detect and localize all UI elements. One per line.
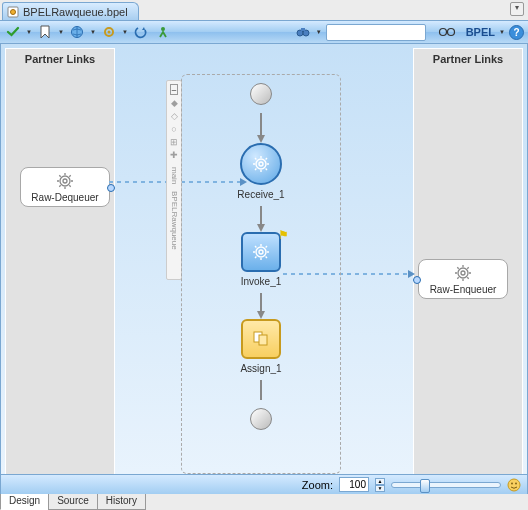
invoke-label: Invoke_1 (241, 276, 282, 287)
palette-region-label: main (170, 167, 179, 184)
end-endpoint[interactable] (250, 408, 272, 430)
svg-point-13 (458, 268, 468, 278)
spinner-up-icon[interactable]: ▲ (375, 478, 385, 485)
partner-link-enqueuer[interactable]: Raw-Enqueuer (418, 259, 508, 299)
tab-design[interactable]: Design (0, 494, 49, 510)
palette-item[interactable]: ◇ (171, 111, 178, 121)
svg-rect-20 (259, 335, 267, 345)
collapse-icon[interactable]: – (170, 84, 178, 95)
receive-activity[interactable] (240, 143, 282, 185)
svg-point-16 (259, 162, 263, 166)
assign-label: Assign_1 (240, 363, 281, 374)
gear-icon (251, 154, 271, 174)
dropdown-arrow-icon[interactable]: ▼ (316, 29, 322, 35)
bpel-file-icon (7, 6, 19, 18)
arrow-right-icon (408, 270, 415, 278)
minimize-panel-button[interactable]: ▾ (510, 2, 524, 16)
dropdown-arrow-icon[interactable]: ▼ (58, 29, 64, 35)
partner-link-dequeuer[interactable]: Raw-Dequeuer (20, 167, 110, 207)
editor-bottom-tabs: Design Source History (0, 494, 145, 510)
palette-item[interactable]: ◆ (171, 98, 178, 108)
lane-title: Partner Links (414, 53, 522, 65)
breakpoint-flag-icon[interactable]: ⚑ (278, 228, 289, 242)
dropdown-arrow-icon[interactable]: ▼ (90, 29, 96, 35)
run-person-icon (156, 25, 170, 39)
svg-point-18 (259, 250, 263, 254)
dropdown-arrow-icon[interactable]: ▼ (122, 29, 128, 35)
partner-links-right-lane: Partner Links Raw-Enqueuer (413, 48, 523, 490)
palette-process-label: BPELRawqueue (170, 191, 179, 250)
assign-icon (251, 329, 271, 349)
svg-point-10 (447, 29, 454, 36)
main-scope[interactable]: Receive_1 ⚑ Invoke_1 Assign_1 (181, 74, 341, 474)
tab-history[interactable]: History (97, 494, 146, 510)
editor-tab-bar: BPELRawqueue.bpel ▾ (0, 0, 528, 20)
svg-point-17 (256, 247, 266, 257)
status-icon[interactable] (507, 478, 521, 492)
svg-point-9 (439, 29, 446, 36)
svg-point-23 (515, 482, 517, 484)
view-button[interactable] (438, 23, 456, 41)
palette-item[interactable]: ✚ (170, 150, 178, 160)
question-icon: ? (513, 27, 519, 38)
palette-item[interactable]: ○ (171, 124, 176, 134)
editor-toolbar: ▼ ▼ ▼ ▼ ▼ BPEL ▼ ? (0, 20, 528, 44)
slider-thumb[interactable] (420, 479, 430, 493)
connector (260, 113, 262, 135)
zoom-input[interactable] (339, 477, 369, 492)
globe-icon (70, 25, 84, 39)
dropdown-arrow-icon[interactable]: ▼ (499, 29, 505, 35)
zoom-label: Zoom: (302, 479, 333, 491)
refresh-button[interactable] (132, 23, 150, 41)
gear-small-icon (102, 25, 116, 39)
dropdown-arrow-icon[interactable]: ▼ (26, 29, 32, 35)
filter-button[interactable] (294, 23, 312, 41)
bookmark-icon (39, 25, 51, 39)
partner-label: Raw-Enqueuer (430, 284, 497, 295)
assign-activity[interactable] (241, 319, 281, 359)
gear-icon (454, 264, 472, 282)
svg-point-15 (256, 159, 266, 169)
glasses-icon (438, 26, 456, 38)
bpel-canvas[interactable]: Partner Links Raw-Dequeuer Partner Links… (0, 44, 528, 494)
start-endpoint[interactable] (250, 83, 272, 105)
arrow-down-icon (257, 135, 265, 143)
connector (260, 293, 262, 311)
bookmark-button[interactable] (36, 23, 54, 41)
connector (260, 380, 262, 400)
partner-label: Raw-Dequeuer (31, 192, 98, 203)
palette-item[interactable]: ⊞ (170, 137, 178, 147)
search-input[interactable] (326, 24, 426, 41)
receive-label: Receive_1 (237, 189, 284, 200)
output-port[interactable] (107, 184, 115, 192)
svg-point-14 (461, 271, 465, 275)
refresh-icon (134, 25, 148, 39)
gear-tool-button[interactable] (100, 23, 118, 41)
connector (260, 206, 262, 224)
mode-label[interactable]: BPEL (466, 26, 495, 38)
svg-point-22 (511, 482, 513, 484)
arrow-down-icon (257, 311, 265, 319)
zoom-spinner[interactable]: ▲ ▼ (375, 478, 385, 492)
invoke-activity[interactable]: ⚑ (241, 232, 281, 272)
partner-links-left-lane: Partner Links Raw-Dequeuer (5, 48, 115, 490)
main-flow: Receive_1 ⚑ Invoke_1 Assign_1 (182, 75, 340, 473)
gear-icon (251, 242, 271, 262)
tab-source[interactable]: Source (48, 494, 98, 510)
help-button[interactable]: ? (509, 25, 524, 40)
status-bar: Zoom: ▲ ▼ (1, 474, 527, 494)
zoom-slider[interactable] (391, 482, 501, 488)
world-button[interactable] (68, 23, 86, 41)
binoculars-icon (295, 25, 311, 39)
lane-title: Partner Links (6, 53, 114, 65)
activity-palette[interactable]: – ◆ ◇ ○ ⊞ ✚ main BPELRawqueue (166, 80, 182, 280)
run-button[interactable] (154, 23, 172, 41)
svg-point-4 (108, 31, 111, 34)
svg-point-12 (63, 179, 67, 183)
checkmark-icon (6, 25, 20, 39)
svg-point-1 (11, 9, 16, 14)
spinner-down-icon[interactable]: ▼ (375, 485, 385, 492)
file-tab-label: BPELRawqueue.bpel (23, 6, 128, 18)
validate-button[interactable] (4, 23, 22, 41)
file-tab[interactable]: BPELRawqueue.bpel (2, 2, 139, 20)
